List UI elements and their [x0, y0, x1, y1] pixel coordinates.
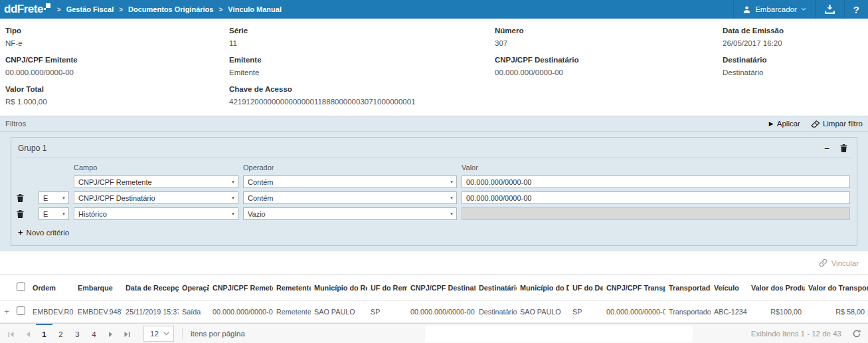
field-value: Destinatário: [723, 66, 868, 78]
header-destinatario[interactable]: Destinatário: [476, 275, 517, 300]
vincular-button[interactable]: Vincular: [819, 259, 859, 267]
refresh-button[interactable]: [852, 329, 861, 338]
field-label: Valor Total: [5, 82, 229, 95]
valor-input-3: [462, 207, 850, 220]
header-municipio-rem[interactable]: Município do Re...: [311, 275, 367, 300]
header-ordem[interactable]: Ordem: [29, 275, 74, 300]
filters-actions: ▶ Aplicar Limpar filtro: [769, 120, 863, 128]
cell-veiculo: ABC-1234: [711, 300, 748, 323]
delete-group-button[interactable]: [840, 144, 847, 152]
header-data-recepcao[interactable]: Data de Recepção: [122, 275, 179, 300]
operador-select-1[interactable]: Contém▼: [243, 175, 457, 188]
new-criterion-label: Novo critério: [27, 229, 70, 237]
header-uf-rem[interactable]: UF do Rem...: [367, 275, 407, 300]
field-value: NF-e: [5, 37, 229, 49]
row-select-cell: [13, 300, 29, 323]
collapse-group-button[interactable]: −: [824, 144, 829, 153]
header-cnpj-remetente[interactable]: CNPJ/CPF Remetente: [209, 275, 273, 300]
download-button[interactable]: [815, 0, 844, 19]
header-valor-produtos[interactable]: Valor dos Produtos: [748, 275, 805, 300]
plus-icon: +: [18, 227, 23, 237]
breadcrumb-gestao-fiscal[interactable]: Gestão Fiscal: [66, 5, 114, 13]
breadcrumb-separator-icon: >: [119, 6, 123, 13]
filter-group-1: Grupo 1 − Campo Operador Valor CNPJ/CPF …: [11, 137, 857, 246]
field-label: Número: [495, 24, 723, 37]
header-remetente[interactable]: Remetente: [273, 275, 311, 300]
cell-cnpj-transportador: 00.000.000/0000-00: [603, 300, 665, 323]
row-checkbox[interactable]: [17, 306, 25, 315]
page-button-4[interactable]: 4: [86, 324, 102, 343]
cell-municipio-rem: SAO PAULO: [311, 300, 367, 323]
expand-row-icon[interactable]: +: [0, 300, 13, 323]
header-cnpj-destinatario[interactable]: CNPJ/CPF Destinatário: [407, 275, 476, 300]
breadcrumb-separator-icon: >: [57, 6, 61, 13]
table-row[interactable]: + EMBDEV.R01_13 EMBDEV.94877 25/11/2019 …: [0, 300, 868, 323]
download-icon: [824, 5, 835, 15]
help-button[interactable]: ?: [844, 0, 868, 19]
previous-page-icon: [25, 331, 31, 338]
field-label: Data de Emissão: [723, 24, 868, 37]
first-page-button[interactable]: [3, 324, 19, 343]
operador-select-1-value: Contém: [248, 178, 274, 186]
filters-title: Filtros: [5, 120, 26, 128]
cell-embarque: EMBDEV.94877: [74, 300, 122, 323]
app-window: ddFrete > Gestão Fiscal > Documentos Ori…: [0, 0, 868, 343]
header-valor-transporte[interactable]: Valor do Transporte: [805, 275, 868, 300]
operador-select-3[interactable]: Vazio▼: [243, 207, 457, 220]
top-bar: ddFrete > Gestão Fiscal > Documentos Ori…: [0, 0, 868, 19]
pagination-bar: 1 2 3 4 12 itens por página Exibindo ite…: [0, 323, 868, 343]
campo-select-2[interactable]: CNPJ/CPF Destinatário▼: [74, 191, 238, 204]
field-value: 26/05/2017 16:20: [723, 37, 868, 49]
delete-criterion-3-button[interactable]: [17, 210, 34, 218]
first-page-icon: [7, 331, 15, 338]
breadcrumb-vinculo-manual[interactable]: Vínculo Manual: [228, 5, 282, 13]
new-criterion-button[interactable]: + Novo critério: [17, 220, 851, 245]
valor-input-2[interactable]: [462, 191, 850, 204]
header-transportador[interactable]: Transportador: [665, 275, 711, 300]
trash-icon: [17, 194, 24, 202]
valor-input-1[interactable]: [462, 175, 850, 188]
header-veiculo[interactable]: Veículo: [711, 275, 748, 300]
header-embarque[interactable]: Embarque: [74, 275, 122, 300]
operador-select-2[interactable]: Contém▼: [243, 191, 457, 204]
apply-filter-button[interactable]: ▶ Aplicar: [769, 120, 800, 128]
pagination-status: Exibindo itens 1 - 12 de 43: [751, 330, 841, 338]
select-arrow-icon: ▼: [450, 180, 454, 184]
user-icon: [742, 5, 751, 14]
last-page-button[interactable]: [119, 324, 135, 343]
operador-select-2-value: Contém: [248, 194, 274, 202]
field-valor-total: Valor Total R$ 1.000,00: [5, 82, 229, 108]
page-button-3[interactable]: 3: [69, 324, 86, 343]
field-label: CNPJ/CPF Destinatário: [495, 53, 723, 66]
user-menu[interactable]: Embarcador: [733, 0, 815, 19]
table-header-row: Ordem Embarque Data de Recepção Operação…: [0, 275, 868, 300]
conjunction-select-3[interactable]: E▼: [39, 207, 69, 220]
breadcrumb-documentos-originarios[interactable]: Documentos Originários: [128, 5, 213, 13]
previous-page-button[interactable]: [19, 324, 36, 343]
chevron-down-icon: [163, 332, 169, 336]
field-value: 00.000.000/0000-00: [5, 66, 229, 78]
header-expand: [0, 275, 13, 300]
page-button-1[interactable]: 1: [36, 324, 52, 343]
filters-bar: Filtros ▶ Aplicar Limpar filtro: [0, 116, 868, 132]
header-municipio-dest[interactable]: Município do De...: [517, 275, 569, 300]
header-cnpj-transportador[interactable]: CNPJ/CPF Transpor...: [603, 275, 665, 300]
select-all-checkbox[interactable]: [17, 283, 25, 291]
page-size-select[interactable]: 12: [143, 326, 174, 342]
next-page-button[interactable]: [102, 324, 119, 343]
header-operacao[interactable]: Operação: [179, 275, 209, 300]
logo-mark-icon: [44, 3, 50, 9]
delete-criterion-2-button[interactable]: [17, 194, 34, 202]
field-chave-acesso: Chave de Acesso 421912000000000000001188…: [229, 82, 868, 108]
filter-group-title: Grupo 1: [18, 144, 46, 153]
campo-select-3[interactable]: Histórico▼: [74, 207, 238, 220]
filter-criteria: Campo Operador Valor CNPJ/CPF Remetente▼…: [17, 164, 851, 220]
cell-remetente: Remetente: [273, 300, 311, 323]
cell-transportador: Transportador: [665, 300, 711, 323]
conjunction-select-2[interactable]: E▼: [39, 191, 69, 204]
campo-select-1[interactable]: CNPJ/CPF Remetente▼: [74, 175, 238, 188]
clear-filter-button[interactable]: Limpar filtro: [811, 120, 863, 128]
field-label: Emitente: [229, 53, 495, 66]
header-uf-dest[interactable]: UF do De...: [569, 275, 603, 300]
page-button-2[interactable]: 2: [52, 324, 69, 343]
